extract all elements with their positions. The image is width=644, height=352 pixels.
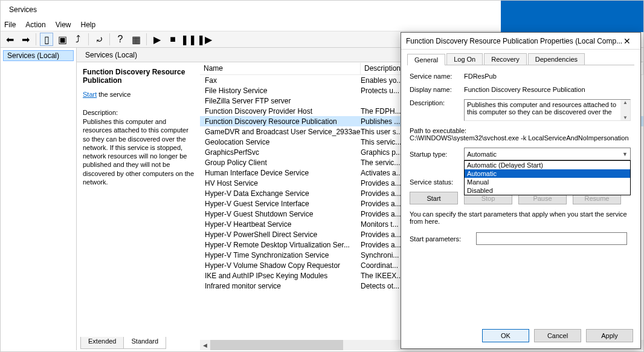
description-label: Description: xyxy=(83,109,195,116)
dd-disabled[interactable]: Disabled xyxy=(465,186,630,195)
nav-back-button[interactable]: ⬅ xyxy=(3,33,16,46)
service-name: Hyper-V Data Exchange Service xyxy=(205,189,309,198)
label-start-parameters: Start parameters: xyxy=(410,235,476,243)
stop-button[interactable]: ■ xyxy=(166,33,179,46)
properties-button[interactable]: ▣ xyxy=(56,33,69,46)
scroll-left-button[interactable]: ◀ xyxy=(200,340,210,350)
service-name: Hyper-V Guest Shutdown Service xyxy=(205,210,313,218)
start-button[interactable]: Start xyxy=(410,192,458,204)
service-name: HV Host Service xyxy=(205,179,258,187)
dialog-titlebar: Function Discovery Resource Publication … xyxy=(401,33,640,50)
service-name: Hyper-V Guest Service Interface xyxy=(205,200,309,208)
dialog-close-button[interactable]: ✕ xyxy=(614,33,640,50)
start-service-link[interactable]: Start xyxy=(83,91,97,98)
value-service-name: FDResPub xyxy=(464,73,632,80)
service-name: GraphicsPerfSvc xyxy=(205,148,259,157)
tree-node-label: Services (Local) xyxy=(7,51,59,60)
dd-automatic[interactable]: Automatic xyxy=(465,169,630,178)
description-pane: Function Discovery Resource Publication … xyxy=(77,63,200,350)
service-name: Fax xyxy=(205,76,217,85)
menu-action[interactable]: Action xyxy=(25,21,45,29)
tree-pane: Services (Local) xyxy=(1,48,77,350)
tree-node-services-local[interactable]: Services (Local) xyxy=(3,50,74,61)
dlg-tab-recovery[interactable]: Recovery xyxy=(484,53,526,65)
service-name: Hyper-V Remote Desktop Virtualization Se… xyxy=(205,241,350,249)
menu-view[interactable]: View xyxy=(56,21,71,29)
play-button[interactable]: ▶ xyxy=(150,33,164,46)
ok-button[interactable]: OK xyxy=(482,329,529,342)
service-name: Hyper-V Volume Shadow Copy Requestor xyxy=(205,261,340,270)
label-startup-type: Startup type: xyxy=(410,151,464,158)
label-display-name: Display name: xyxy=(410,86,464,93)
start-parameters-input[interactable] xyxy=(476,232,627,245)
service-name: Hyper-V PowerShell Direct Service xyxy=(205,230,317,239)
apply-button[interactable]: Apply xyxy=(586,329,633,342)
chevron-down-icon: ▼ xyxy=(622,151,628,157)
service-name: Human Interface Device Service xyxy=(205,169,309,177)
service-name: Hyper-V Time Synchronization Service xyxy=(205,251,329,259)
menu-file[interactable]: File xyxy=(4,21,16,29)
service-name: IKE and AuthIP IPsec Keying Modules xyxy=(205,272,327,280)
label-description: Description: xyxy=(410,99,464,106)
dd-auto-delayed[interactable]: Automatic (Delayed Start) xyxy=(465,161,630,169)
service-name: Function Discovery Resource Publication xyxy=(205,117,337,126)
cancel-button[interactable]: Cancel xyxy=(534,329,581,342)
refresh-button[interactable]: ⤾ xyxy=(92,33,106,46)
help-button[interactable]: ? xyxy=(114,33,127,46)
dialog-title: Function Discovery Resource Publication … xyxy=(406,37,622,45)
label-service-name: Service name: xyxy=(410,73,464,80)
startup-type-value: Automatic xyxy=(467,151,497,158)
service-name: Group Policy Client xyxy=(205,158,267,167)
menu-help[interactable]: Help xyxy=(81,21,96,29)
label-service-status: Service status: xyxy=(410,178,464,186)
dlg-tab-dependencies[interactable]: Dependencies xyxy=(528,53,585,65)
desc-scrollbar[interactable]: ▲▼ xyxy=(620,100,630,120)
value-path: C:\WINDOWS\system32\svchost.exe -k Local… xyxy=(410,134,632,142)
tab-extended[interactable]: Extended xyxy=(80,337,124,349)
service-name: FileZilla Server FTP server xyxy=(205,97,291,105)
service-name: Infrared monitor service xyxy=(205,282,281,290)
service-name: File History Service xyxy=(205,86,267,95)
service-name: Hyper-V Heartbeat Service xyxy=(205,220,291,229)
value-display-name: Function Discovery Resource Publication xyxy=(464,86,632,93)
dd-manual[interactable]: Manual xyxy=(465,178,630,186)
scroll-thumb[interactable] xyxy=(210,340,343,350)
pause-button[interactable]: ❚❚ xyxy=(182,33,195,46)
param-hint: You can specify the start parameters tha… xyxy=(410,210,632,225)
description-readonly: Publishes this computer and resources at… xyxy=(464,99,631,121)
properties2-button[interactable]: ▦ xyxy=(129,33,143,46)
export-button[interactable]: ⤴ xyxy=(71,33,85,46)
dlg-tab-logon[interactable]: Log On xyxy=(446,53,483,65)
restart-button[interactable]: ❚▶ xyxy=(198,33,211,46)
dlg-tab-general[interactable]: General xyxy=(407,54,445,65)
menu-bar: File Action View Help xyxy=(1,19,643,31)
main-header-text: Services (Local) xyxy=(85,51,137,59)
startup-type-dropdown[interactable]: Automatic (Delayed Start) Automatic Manu… xyxy=(464,160,631,195)
service-name: Geolocation Service xyxy=(205,138,269,146)
tab-standard[interactable]: Standard xyxy=(123,337,166,349)
service-name: GameDVR and Broadcast User Service_2933a… xyxy=(205,128,360,136)
properties-dialog: Function Discovery Resource Publication … xyxy=(401,32,641,349)
service-name: Function Discovery Provider Host xyxy=(205,107,312,116)
window-title: Services xyxy=(9,5,37,14)
startup-type-select[interactable]: Automatic ▼ Automatic (Delayed Start) Au… xyxy=(464,148,631,160)
column-name[interactable]: Name xyxy=(200,63,361,74)
label-path: Path to executable: xyxy=(410,127,632,134)
selected-service-title: Function Discovery Resource Publication xyxy=(83,68,195,85)
description-text: Publishes this computer and resources at… xyxy=(83,117,195,186)
show-hide-tree-button[interactable]: ▯ xyxy=(40,33,53,46)
nav-forward-button[interactable]: ➡ xyxy=(19,33,32,46)
